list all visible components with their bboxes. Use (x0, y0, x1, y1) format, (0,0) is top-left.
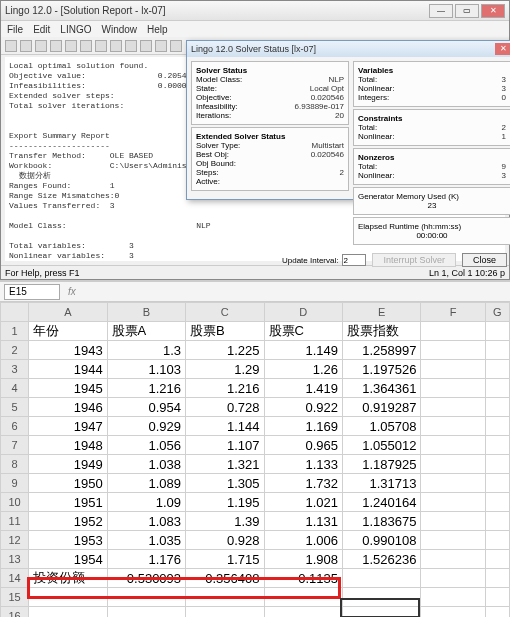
close-button[interactable]: ✕ (481, 4, 505, 18)
cell[interactable] (107, 607, 185, 618)
cell[interactable]: 1.149 (264, 341, 342, 360)
cell[interactable]: 1.035 (107, 531, 185, 550)
menu-lingo[interactable]: LINGO (60, 24, 91, 35)
cell[interactable] (485, 341, 509, 360)
cell[interactable]: 1.216 (107, 379, 185, 398)
cell[interactable] (264, 588, 342, 607)
cell[interactable] (29, 607, 107, 618)
cell[interactable]: 1.038 (107, 455, 185, 474)
row-header[interactable]: 9 (1, 474, 29, 493)
toolbar-button[interactable] (140, 40, 152, 52)
cell[interactable] (421, 398, 485, 417)
cell[interactable] (421, 493, 485, 512)
cell[interactable] (485, 398, 509, 417)
toolbar-button[interactable] (35, 40, 47, 52)
cell[interactable] (421, 341, 485, 360)
cell[interactable] (421, 360, 485, 379)
cell[interactable] (485, 474, 509, 493)
cell[interactable]: 0.965 (264, 436, 342, 455)
cell[interactable] (29, 588, 107, 607)
row-header[interactable]: 13 (1, 550, 29, 569)
row-header[interactable]: 1 (1, 322, 29, 341)
row-header[interactable]: 16 (1, 607, 29, 618)
cell[interactable]: 1953 (29, 531, 107, 550)
cell[interactable] (421, 588, 485, 607)
cell[interactable]: 1.26 (264, 360, 342, 379)
row-header[interactable]: 2 (1, 341, 29, 360)
cell[interactable]: 1.195 (186, 493, 264, 512)
cell[interactable]: 0.919287 (342, 398, 420, 417)
cell[interactable]: 1948 (29, 436, 107, 455)
row-header[interactable]: 5 (1, 398, 29, 417)
close-solver-button[interactable]: Close (462, 253, 507, 267)
cell[interactable]: 1952 (29, 512, 107, 531)
fx-icon[interactable]: fx (68, 286, 76, 297)
cell[interactable]: 1.225 (186, 341, 264, 360)
cell[interactable] (485, 607, 509, 618)
minimize-button[interactable]: — (429, 4, 453, 18)
cell[interactable] (485, 360, 509, 379)
cell[interactable] (421, 531, 485, 550)
cell[interactable] (342, 588, 420, 607)
cell[interactable]: 1.240164 (342, 493, 420, 512)
cell[interactable]: 1.197526 (342, 360, 420, 379)
cell[interactable]: 0.1135 (264, 569, 342, 588)
toolbar-button[interactable] (5, 40, 17, 52)
cell[interactable] (485, 436, 509, 455)
cell[interactable] (107, 588, 185, 607)
row-header[interactable]: 10 (1, 493, 29, 512)
cell[interactable]: 1.089 (107, 474, 185, 493)
cell[interactable]: 年份 (29, 322, 107, 341)
cell[interactable] (485, 455, 509, 474)
cell[interactable]: 投资份额 (29, 569, 107, 588)
update-interval-input[interactable] (342, 254, 366, 266)
cell[interactable]: 1951 (29, 493, 107, 512)
cell[interactable] (485, 493, 509, 512)
cell[interactable] (421, 436, 485, 455)
cell[interactable]: 1.187925 (342, 455, 420, 474)
cell[interactable]: 股票B (186, 322, 264, 341)
cell[interactable] (421, 474, 485, 493)
menu-file[interactable]: File (7, 24, 23, 35)
cell[interactable]: 0.922 (264, 398, 342, 417)
toolbar-button[interactable] (110, 40, 122, 52)
cell[interactable]: 0.530093 (107, 569, 185, 588)
cell[interactable]: 0.728 (186, 398, 264, 417)
cell[interactable]: 1.715 (186, 550, 264, 569)
cell[interactable]: 0.928 (186, 531, 264, 550)
cell[interactable]: 1.526236 (342, 550, 420, 569)
cell[interactable]: 1.258997 (342, 341, 420, 360)
cell[interactable]: 1943 (29, 341, 107, 360)
name-box[interactable]: E15 (4, 284, 60, 300)
cell[interactable] (421, 322, 485, 341)
cell[interactable]: 1.908 (264, 550, 342, 569)
cell[interactable]: 1.169 (264, 417, 342, 436)
cell[interactable]: 1.09 (107, 493, 185, 512)
cell[interactable]: 0.990108 (342, 531, 420, 550)
cell[interactable]: 1.305 (186, 474, 264, 493)
column-header[interactable]: G (485, 303, 509, 322)
cell[interactable]: 1.364361 (342, 379, 420, 398)
menu-edit[interactable]: Edit (33, 24, 50, 35)
cell[interactable] (485, 417, 509, 436)
cell[interactable]: 1.31713 (342, 474, 420, 493)
cell[interactable]: 1.05708 (342, 417, 420, 436)
cell[interactable] (485, 550, 509, 569)
column-header[interactable]: E (342, 303, 420, 322)
maximize-button[interactable]: ▭ (455, 4, 479, 18)
cell[interactable] (485, 531, 509, 550)
row-header[interactable]: 7 (1, 436, 29, 455)
cell[interactable]: 1.021 (264, 493, 342, 512)
cell[interactable]: 1949 (29, 455, 107, 474)
cell[interactable] (421, 455, 485, 474)
cell[interactable]: 1950 (29, 474, 107, 493)
cell[interactable]: 1946 (29, 398, 107, 417)
cell[interactable] (421, 512, 485, 531)
cell[interactable] (186, 588, 264, 607)
toolbar-button[interactable] (80, 40, 92, 52)
cell[interactable]: 1.3 (107, 341, 185, 360)
column-header[interactable]: A (29, 303, 107, 322)
cell[interactable] (342, 569, 420, 588)
solver-status-dialog[interactable]: Lingo 12.0 Solver Status [lx-07] ✕ Solve… (186, 40, 510, 200)
cell[interactable] (485, 588, 509, 607)
